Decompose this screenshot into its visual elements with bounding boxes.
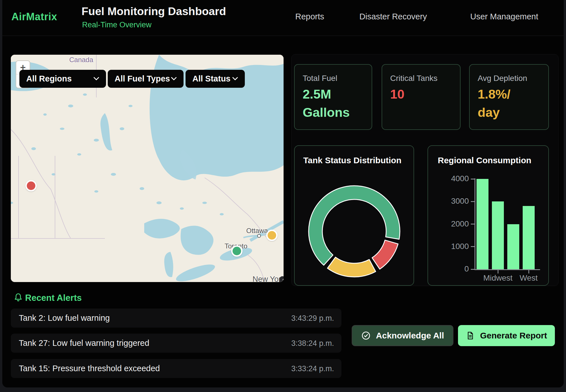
- regional-consumption-card: Regional Consumption 01000200030004000Mi…: [427, 145, 549, 286]
- chevron-down-icon: [232, 77, 238, 81]
- x-axis-line: [475, 269, 540, 270]
- y-axis-tick: [471, 224, 475, 224]
- alerts-heading: Recent Alerts: [25, 293, 82, 303]
- x-axis-tick-label: West: [520, 273, 538, 283]
- page-title: Fuel Monitoring Dashboard: [82, 5, 226, 18]
- alert-row[interactable]: Tank 27: Low fuel warning triggered 3:38…: [11, 334, 341, 353]
- y-axis-tick: [471, 201, 475, 202]
- stat-card-critical-tanks: Critical Tanks 10: [382, 64, 461, 130]
- nav-user-management[interactable]: User Management: [470, 12, 538, 21]
- generate-report-label: Generate Report: [480, 331, 547, 340]
- consumption-bar: [523, 206, 535, 269]
- resize-drag-handle-icon[interactable]: [279, 276, 284, 282]
- stat-label: Critical Tanks: [390, 74, 437, 83]
- alert-text: Tank 15: Pressure threshold exceeded: [19, 364, 160, 373]
- tank-status-donut-chart: [295, 146, 415, 286]
- alert-time: 3:33:24 p.m.: [291, 364, 334, 373]
- map-label-ottawa: Ottawa: [246, 227, 268, 235]
- map-panel[interactable]: Canada Ottawa Toronto New York + − All R…: [11, 55, 284, 282]
- stat-value: 10: [390, 85, 404, 103]
- stat-label: Total Fuel: [303, 74, 337, 83]
- tank-marker-warning[interactable]: [266, 230, 278, 241]
- x-axis-tick: [498, 270, 498, 273]
- stat-card-avg-depletion: Avg Depletion 1.8%/day: [469, 64, 549, 130]
- chevron-down-icon: [171, 77, 177, 81]
- consumption-bar: [477, 179, 488, 269]
- app-window: AirMatrix Fuel Monitoring Dashboard Real…: [2, 0, 564, 387]
- consumption-bar: [492, 201, 504, 269]
- alert-time: 3:43:29 p.m.: [291, 314, 334, 323]
- document-icon: [466, 331, 475, 340]
- x-axis-tick-label: Midwest: [483, 273, 513, 283]
- bell-icon: [13, 292, 23, 303]
- alert-text: Tank 27: Low fuel warning triggered: [19, 338, 149, 348]
- alert-row[interactable]: Tank 15: Pressure threshold exceeded 3:3…: [11, 359, 341, 378]
- nav-disaster-recovery[interactable]: Disaster Recovery: [359, 12, 427, 21]
- alert-time: 3:38:24 p.m.: [291, 339, 334, 348]
- filter-fuel-types-dropdown[interactable]: All Fuel Types: [108, 70, 184, 88]
- chart-title: Tank Status Distribution: [303, 156, 401, 165]
- alert-text: Tank 2: Low fuel warning: [19, 313, 110, 323]
- y-axis-tick-label: 1000: [443, 242, 469, 251]
- y-axis-tick: [471, 269, 475, 270]
- nav-reports[interactable]: Reports: [295, 12, 324, 21]
- y-axis-tick: [471, 246, 475, 247]
- y-axis-tick-label: 3000: [443, 197, 469, 206]
- donut-segment-critical: [372, 240, 398, 269]
- filter-status-value: All Status: [192, 74, 231, 83]
- regional-consumption-bar-chart: 01000200030004000MidwestWest: [428, 146, 549, 286]
- map-label-new-york: New York: [253, 275, 284, 282]
- tank-marker-critical[interactable]: [25, 180, 37, 191]
- chevron-down-icon: [93, 77, 99, 81]
- consumption-bar: [507, 224, 519, 270]
- filter-fuel-types-value: All Fuel Types: [115, 74, 170, 83]
- y-axis-tick: [471, 179, 475, 179]
- stat-value: 2.5MGallons: [303, 85, 350, 122]
- x-axis-tick: [528, 270, 529, 273]
- y-axis-tick-label: 0: [443, 264, 469, 273]
- stat-value: 1.8%/day: [478, 85, 510, 122]
- filter-status-dropdown[interactable]: All Status: [186, 70, 245, 88]
- header-bar: AirMatrix Fuel Monitoring Dashboard Real…: [2, 0, 564, 36]
- stat-label: Avg Depletion: [478, 74, 527, 83]
- stat-card-total-fuel: Total Fuel 2.5MGallons: [294, 64, 372, 130]
- filter-regions-dropdown[interactable]: All Regions: [19, 70, 106, 88]
- y-axis-tick-label: 2000: [443, 219, 469, 228]
- acknowledge-all-button[interactable]: Acknowledge All: [352, 325, 453, 346]
- tank-status-distribution-card: Tank Status Distribution: [294, 145, 414, 286]
- page-subtitle: Real-Time Overview: [82, 21, 152, 29]
- acknowledge-all-label: Acknowledge All: [376, 331, 444, 340]
- donut-segment-warning: [327, 257, 376, 277]
- tank-marker-normal[interactable]: [231, 245, 243, 257]
- brand-logo: AirMatrix: [11, 11, 57, 23]
- y-axis-tick-label: 4000: [443, 174, 469, 183]
- map-country-label: Canada: [69, 56, 93, 64]
- alert-row[interactable]: Tank 2: Low fuel warning 3:43:29 p.m.: [11, 309, 341, 328]
- check-circle-icon: [361, 331, 371, 340]
- filter-regions-value: All Regions: [26, 74, 72, 83]
- generate-report-button[interactable]: Generate Report: [458, 325, 555, 346]
